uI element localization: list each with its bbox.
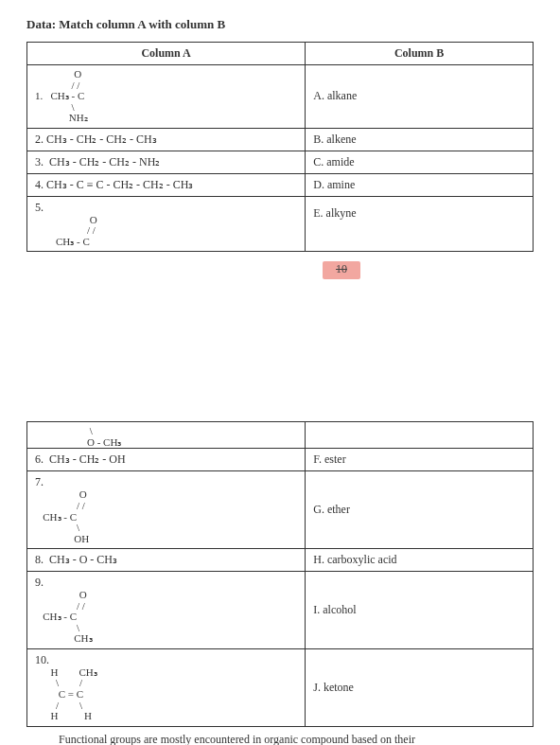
structure: O / / CH₃ - C \ CH₃: [35, 590, 297, 645]
table-row: 3. CH₃ - CH₂ - CH₂ - NH₂ C. amide: [27, 151, 534, 173]
row-num: 9.: [35, 576, 44, 589]
row-num: 2.: [35, 133, 44, 146]
cell-a: 7. O / / CH₃ - C \ OH: [27, 471, 306, 549]
cell-b: E. alkyne: [306, 196, 534, 252]
cell-b: H. carboxylic acid: [306, 549, 534, 572]
option-label: A.: [313, 89, 324, 102]
table-row: 6. CH₃ - CH₂ - OH F. ester: [27, 449, 534, 471]
row-num: 8.: [35, 553, 44, 566]
cell-a: O / / 1. CH₃ - C \ NH₂: [27, 65, 306, 129]
row-num: 5.: [35, 201, 44, 214]
option-text: alkyne: [326, 206, 357, 220]
cell-b: F. ester: [306, 449, 534, 471]
cell-b: B. alkene: [306, 128, 534, 151]
option-label: D.: [313, 178, 324, 191]
footer-text: Functional groups are mostly encountered…: [26, 733, 534, 745]
structure: O / / 1. CH₃ - C \ NH₂: [35, 69, 297, 124]
match-table-2: \ O - CH₃ 6. CH₃ - CH₂ - OH F. ester 7. …: [26, 421, 534, 726]
cell-a: 4. CH₃ - C ≡ C - CH₂ - CH₂ - CH₃: [27, 173, 306, 196]
table-row: 7. O / / CH₃ - C \ OH G. ether: [27, 471, 534, 549]
structure: H CH₃ \ / C = C / \ H H: [35, 667, 297, 722]
option-text: ester: [324, 452, 346, 466]
cell-a: 10. H CH₃ \ / C = C / \ H H: [27, 648, 306, 726]
option-text: ether: [327, 503, 350, 516]
row-num: 7.: [35, 475, 44, 488]
structure: O / / CH₃ - C: [35, 215, 297, 248]
option-label: H.: [313, 553, 324, 566]
table-row: 9. O / / CH₃ - C \ CH₃ I. alcohol: [27, 572, 534, 649]
option-label: E.: [313, 206, 323, 220]
structure: O / / CH₃ - C \ OH: [35, 489, 297, 544]
page-number: 10: [323, 261, 360, 279]
table-row: 4. CH₃ - C ≡ C - CH₂ - CH₂ - CH₃ D. amin…: [27, 173, 534, 196]
structure: CH₃ - C ≡ C - CH₂ - CH₂ - CH₃: [46, 178, 193, 191]
table-row: 2. CH₃ - CH₂ - CH₂ - CH₃ B. alkene: [27, 128, 534, 151]
table-row: 5. O / / CH₃ - C E. alkyne: [27, 196, 534, 252]
structure-top: \ O - CH₃: [35, 426, 297, 448]
cell-a: 3. CH₃ - CH₂ - CH₂ - NH₂: [27, 151, 306, 173]
table-row: \ O - CH₃: [27, 422, 534, 449]
cell-b: I. alcohol: [306, 572, 534, 649]
option-text: amide: [326, 155, 354, 169]
structure: CH₃ - O - CH₃: [49, 553, 117, 566]
option-label: C.: [313, 155, 324, 169]
table-row: 10. H CH₃ \ / C = C / \ H H J. ketone: [27, 648, 534, 726]
option-text: amine: [327, 178, 355, 191]
header-col-b: Column B: [306, 43, 534, 65]
table-row: O / / 1. CH₃ - C \ NH₂ A. alkane: [27, 65, 534, 129]
cell-a: 6. CH₃ - CH₂ - OH: [27, 449, 306, 471]
option-label: B.: [313, 133, 324, 146]
option-label: I.: [313, 603, 320, 616]
cell-b: D. amine: [306, 173, 534, 196]
cell-a: 9. O / / CH₃ - C \ CH₃: [27, 572, 306, 649]
table-row: 8. CH₃ - O - CH₃ H. carboxylic acid: [27, 549, 534, 572]
cell-b: G. ether: [306, 471, 534, 549]
cell-a: 5. O / / CH₃ - C: [27, 196, 306, 252]
option-text: alcohol: [323, 603, 356, 616]
structure: CH₃ - CH₂ - CH₂ - NH₂: [49, 155, 160, 169]
cell-a: 8. CH₃ - O - CH₃: [27, 549, 306, 572]
cell-a: \ O - CH₃: [27, 422, 306, 449]
option-text: ketone: [324, 681, 354, 694]
structure: CH₃ - CH₂ - OH: [49, 452, 126, 466]
option-label: G.: [313, 503, 324, 516]
row-num: 10.: [35, 653, 49, 666]
cell-b: A. alkane: [306, 65, 534, 129]
option-text: alkene: [326, 133, 356, 146]
header-col-a: Column A: [27, 43, 306, 65]
cell-b: [306, 422, 534, 449]
row-num: 4.: [35, 178, 44, 191]
match-table-1: Column A Column B O / / 1. CH₃ - C \ NH₂…: [26, 42, 534, 252]
option-label: J.: [313, 681, 321, 694]
cell-b: C. amide: [306, 151, 534, 173]
structure: CH₃ - CH₂ - CH₂ - CH₃: [46, 133, 157, 146]
cell-b: J. ketone: [306, 648, 534, 726]
option-text: carboxylic acid: [327, 553, 397, 566]
option-text: alkane: [327, 89, 357, 102]
page-title: Data: Match column A with column B: [26, 17, 534, 32]
page-break: 10: [26, 261, 534, 279]
cell-a: 2. CH₃ - CH₂ - CH₂ - CH₃: [27, 128, 306, 151]
row-num: 3.: [35, 155, 44, 169]
row-num: 6.: [35, 452, 44, 466]
option-label: F.: [313, 452, 322, 466]
